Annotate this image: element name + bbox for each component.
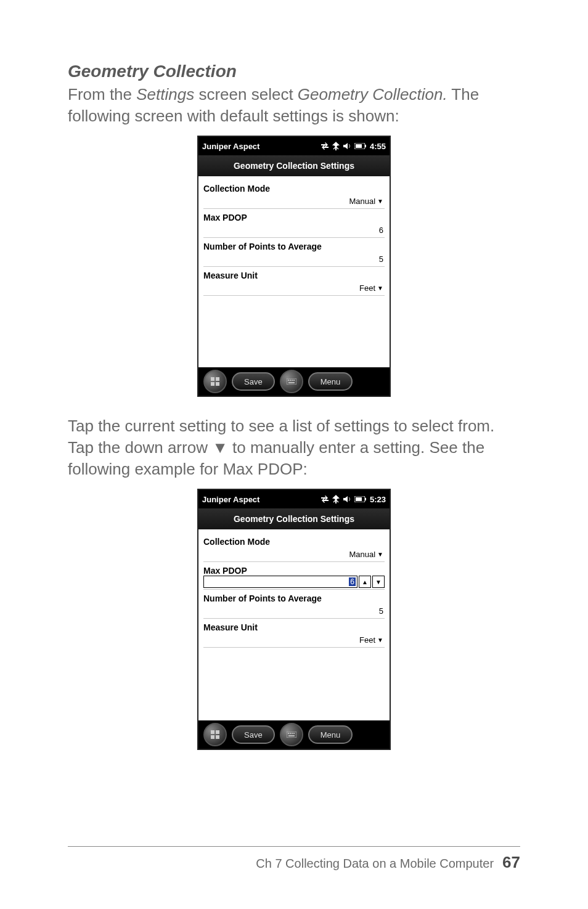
chevron-down-icon: ▼ [377,285,383,291]
svg-rect-3 [211,377,214,381]
collection-mode-label: Collection Mode [203,537,385,547]
value-text: Feet [359,283,375,293]
clock: 5:23 [370,495,386,504]
intro-paragraph: From the Settings screen select Geometry… [68,84,520,127]
svg-rect-25 [288,735,295,736]
screen-title: Geometry Collection Settings [198,155,390,176]
signal-off-icon [332,495,340,503]
svg-rect-1 [365,145,366,147]
chapter-label: Ch 7 Collecting Data on a Mobile Compute… [256,857,494,871]
svg-rect-5 [211,382,214,386]
battery-icon [354,143,367,149]
start-button[interactable] [203,370,227,393]
status-icons: 4:55 [321,142,386,151]
sync-icon [321,142,329,150]
value-text: Manual [349,550,375,559]
svg-rect-8 [288,380,289,381]
num-points-value[interactable]: 5 [203,251,385,267]
text: screen select [194,85,298,104]
volume-icon [343,142,351,150]
svg-rect-22 [290,733,291,734]
screenshot-2: Juniper Aspect 5:23 [68,489,520,750]
svg-rect-19 [216,735,219,739]
section-heading: Geometry Collection [68,62,520,81]
svg-rect-12 [288,382,295,383]
svg-rect-24 [293,733,295,734]
mid-paragraph: Tap the current setting to see a list of… [68,415,520,480]
num-points-label: Number of Points to Average [203,242,385,251]
title-bar: Juniper Aspect 4:55 [198,137,390,155]
max-pdop-label: Max PDOP [203,213,385,222]
collection-mode-value[interactable]: Manual▼ [203,547,385,562]
settings-content: Collection Mode Manual▼ Max PDOP 6 ▲ ▼ N… [198,529,390,720]
menu-button[interactable]: Menu [308,725,353,744]
svg-rect-15 [356,497,362,501]
soft-key-bar: Save Menu [198,720,390,749]
battery-icon [354,496,367,502]
value-text: Manual [349,197,375,206]
svg-rect-9 [290,380,291,381]
svg-rect-7 [287,378,296,385]
measure-unit-label: Measure Unit [203,622,385,632]
chevron-down-icon: ▼ [377,637,383,643]
app-title: Juniper Aspect [202,142,321,151]
title-bar: Juniper Aspect 5:23 [198,490,390,508]
svg-rect-11 [293,380,295,381]
svg-rect-23 [292,733,293,734]
collection-mode-value[interactable]: Manual▼ [203,194,385,209]
status-icons: 5:23 [321,495,386,504]
value-text: Feet [359,635,375,645]
svg-rect-2 [356,144,362,148]
menu-button[interactable]: Menu [308,372,353,391]
measure-unit-value[interactable]: Feet▼ [203,280,385,296]
svg-rect-16 [211,730,214,734]
signal-off-icon [332,142,340,150]
svg-rect-21 [288,733,289,734]
svg-rect-14 [365,498,366,500]
max-pdop-input[interactable]: 6 [203,576,357,588]
app-title: Juniper Aspect [202,495,321,504]
page-number: 67 [502,853,520,872]
stepper-down[interactable]: ▼ [372,576,385,588]
svg-rect-20 [287,732,296,738]
collection-mode-label: Collection Mode [203,184,385,194]
text: From the [68,85,136,104]
measure-unit-value[interactable]: Feet▼ [203,632,385,648]
svg-rect-6 [216,382,219,386]
device-frame: Juniper Aspect 5:23 [197,489,391,750]
screen-title: Geometry Collection Settings [198,508,390,529]
chevron-down-icon: ▼ [377,198,383,205]
svg-rect-18 [211,735,214,739]
chevron-down-icon: ▼ [377,551,383,558]
screenshot-1: Juniper Aspect 4:55 [68,136,520,397]
svg-rect-10 [292,380,293,381]
down-arrow-glyph: ▼ [212,438,228,457]
input-value: 6 [349,577,356,586]
text-italic: Settings [136,85,194,104]
device-frame: Juniper Aspect 4:55 [197,136,391,397]
clock: 4:55 [370,142,386,151]
start-button[interactable] [203,723,227,746]
sync-icon [321,495,329,503]
max-pdop-value[interactable]: 6 [203,222,385,238]
svg-rect-4 [216,377,219,381]
page: Geometry Collection From the Settings sc… [0,0,588,909]
keyboard-button[interactable] [280,723,303,746]
num-points-label: Number of Points to Average [203,593,385,603]
page-footer: Ch 7 Collecting Data on a Mobile Compute… [68,846,520,872]
save-button[interactable]: Save [232,372,275,391]
stepper-up[interactable]: ▲ [359,576,371,588]
keyboard-button[interactable] [280,370,303,393]
soft-key-bar: Save Menu [198,367,390,396]
max-pdop-label: Max PDOP [203,566,385,576]
num-points-value[interactable]: 5 [203,603,385,619]
max-pdop-input-row: 6 ▲ ▼ [203,576,385,590]
save-button[interactable]: Save [232,725,275,744]
volume-icon [343,495,351,503]
value-text: 6 [379,226,383,235]
svg-rect-17 [216,730,219,734]
value-text: 5 [379,606,383,616]
text-italic: Geometry Collection. [298,85,447,104]
value-text: 5 [379,255,383,264]
settings-content: Collection Mode Manual▼ Max PDOP 6 Numbe… [198,176,390,367]
